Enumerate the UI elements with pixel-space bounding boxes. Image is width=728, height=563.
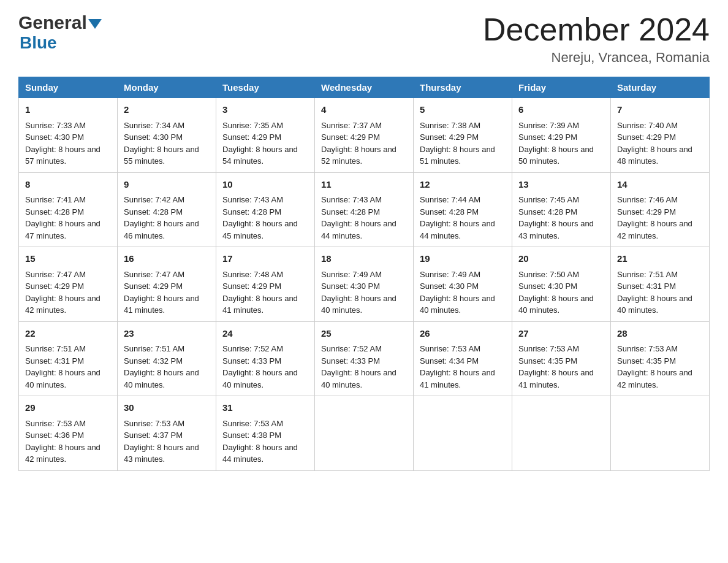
- day-number: 17: [222, 252, 308, 266]
- day-number: 18: [321, 252, 407, 266]
- daylight-text: Daylight: 8 hours and 51 minutes: [420, 145, 495, 166]
- logo-arrow-icon: [88, 19, 102, 29]
- calendar-day-cell: 22 Sunrise: 7:51 AM Sunset: 4:31 PM Dayl…: [19, 321, 118, 396]
- daylight-text: Daylight: 8 hours and 57 minutes: [25, 145, 100, 166]
- calendar-day-cell: 12 Sunrise: 7:44 AM Sunset: 4:28 PM Dayl…: [414, 172, 512, 247]
- sunset-text: Sunset: 4:29 PM: [25, 282, 84, 291]
- daylight-text: Daylight: 8 hours and 42 minutes: [25, 443, 100, 464]
- day-number: 2: [124, 103, 210, 117]
- sunrise-text: Sunrise: 7:47 AM: [25, 270, 86, 279]
- day-number: 10: [222, 178, 308, 192]
- calendar-day-cell: [611, 396, 710, 471]
- daylight-text: Daylight: 8 hours and 40 minutes: [321, 294, 396, 315]
- sunrise-text: Sunrise: 7:43 AM: [222, 195, 283, 204]
- calendar-day-cell: 14 Sunrise: 7:46 AM Sunset: 4:29 PM Dayl…: [611, 172, 710, 247]
- sunset-text: Sunset: 4:29 PM: [222, 132, 281, 142]
- calendar-day-cell: 17 Sunrise: 7:48 AM Sunset: 4:29 PM Dayl…: [216, 247, 315, 322]
- sunrise-text: Sunrise: 7:46 AM: [617, 195, 678, 204]
- calendar-day-cell: 2 Sunrise: 7:34 AM Sunset: 4:30 PM Dayli…: [118, 98, 216, 173]
- sunset-text: Sunset: 4:30 PM: [518, 282, 577, 291]
- sunset-text: Sunset: 4:31 PM: [25, 356, 84, 366]
- sunrise-text: Sunrise: 7:52 AM: [222, 344, 283, 353]
- header-tuesday: Tuesday: [216, 77, 315, 98]
- calendar-table: Sunday Monday Tuesday Wednesday Thursday…: [18, 77, 710, 471]
- calendar-day-cell: 21 Sunrise: 7:51 AM Sunset: 4:31 PM Dayl…: [611, 247, 710, 322]
- sunrise-text: Sunrise: 7:48 AM: [222, 270, 283, 279]
- day-number: 16: [124, 252, 210, 266]
- day-number: 27: [518, 327, 604, 341]
- sunset-text: Sunset: 4:30 PM: [25, 132, 84, 142]
- calendar-body: 1 Sunrise: 7:33 AM Sunset: 4:30 PM Dayli…: [19, 98, 710, 471]
- calendar-week-row: 1 Sunrise: 7:33 AM Sunset: 4:30 PM Dayli…: [19, 98, 710, 173]
- calendar-day-cell: 23 Sunrise: 7:51 AM Sunset: 4:32 PM Dayl…: [118, 321, 216, 396]
- calendar-day-cell: 29 Sunrise: 7:53 AM Sunset: 4:36 PM Dayl…: [19, 396, 118, 471]
- day-number: 11: [321, 178, 407, 192]
- calendar-day-cell: 15 Sunrise: 7:47 AM Sunset: 4:29 PM Dayl…: [19, 247, 118, 322]
- sunrise-text: Sunrise: 7:47 AM: [124, 270, 184, 279]
- day-number: 13: [518, 178, 604, 192]
- day-number: 14: [617, 178, 703, 192]
- daylight-text: Daylight: 8 hours and 43 minutes: [124, 443, 199, 464]
- daylight-text: Daylight: 8 hours and 46 minutes: [124, 219, 199, 240]
- daylight-text: Daylight: 8 hours and 47 minutes: [25, 219, 100, 240]
- sunset-text: Sunset: 4:28 PM: [420, 207, 479, 216]
- sunset-text: Sunset: 4:29 PM: [518, 132, 577, 142]
- day-number: 15: [25, 252, 111, 266]
- day-number: 3: [222, 103, 308, 117]
- sunrise-text: Sunrise: 7:53 AM: [617, 344, 678, 353]
- day-number: 1: [25, 103, 111, 117]
- calendar-day-cell: 3 Sunrise: 7:35 AM Sunset: 4:29 PM Dayli…: [216, 98, 315, 173]
- calendar-header-row: Sunday Monday Tuesday Wednesday Thursday…: [19, 77, 710, 98]
- sunrise-text: Sunrise: 7:49 AM: [420, 270, 480, 279]
- calendar-day-cell: [512, 396, 611, 471]
- day-number: 23: [124, 327, 210, 341]
- title-block: December 2024 Nereju, Vrancea, Romania: [483, 12, 710, 66]
- sunrise-text: Sunrise: 7:53 AM: [25, 419, 86, 428]
- calendar-week-row: 29 Sunrise: 7:53 AM Sunset: 4:36 PM Dayl…: [19, 396, 710, 471]
- day-number: 22: [25, 327, 111, 341]
- daylight-text: Daylight: 8 hours and 44 minutes: [420, 219, 495, 240]
- sunrise-text: Sunrise: 7:38 AM: [420, 121, 480, 130]
- header-friday: Friday: [512, 77, 611, 98]
- sunset-text: Sunset: 4:29 PM: [420, 132, 479, 142]
- sunset-text: Sunset: 4:30 PM: [321, 282, 380, 291]
- day-number: 24: [222, 327, 308, 341]
- header-sunday: Sunday: [19, 77, 118, 98]
- day-number: 4: [321, 103, 407, 117]
- sunrise-text: Sunrise: 7:37 AM: [321, 121, 382, 130]
- daylight-text: Daylight: 8 hours and 44 minutes: [321, 219, 396, 240]
- daylight-text: Daylight: 8 hours and 40 minutes: [222, 368, 298, 389]
- header-saturday: Saturday: [611, 77, 710, 98]
- daylight-text: Daylight: 8 hours and 50 minutes: [518, 145, 594, 166]
- sunrise-text: Sunrise: 7:51 AM: [124, 344, 184, 353]
- daylight-text: Daylight: 8 hours and 40 minutes: [617, 294, 692, 315]
- calendar-day-cell: [315, 396, 414, 471]
- day-number: 21: [617, 252, 703, 266]
- sunrise-text: Sunrise: 7:50 AM: [518, 270, 579, 279]
- sunset-text: Sunset: 4:29 PM: [617, 132, 676, 142]
- calendar-title: December 2024: [483, 12, 710, 47]
- sunset-text: Sunset: 4:28 PM: [222, 207, 281, 216]
- calendar-week-row: 15 Sunrise: 7:47 AM Sunset: 4:29 PM Dayl…: [19, 247, 710, 322]
- sunrise-text: Sunrise: 7:52 AM: [321, 344, 382, 353]
- sunrise-text: Sunrise: 7:40 AM: [617, 121, 678, 130]
- calendar-day-cell: 16 Sunrise: 7:47 AM Sunset: 4:29 PM Dayl…: [118, 247, 216, 322]
- daylight-text: Daylight: 8 hours and 41 minutes: [420, 368, 495, 389]
- logo-blue-text: Blue: [20, 33, 57, 53]
- sunrise-text: Sunrise: 7:49 AM: [321, 270, 382, 279]
- page-header: General Blue December 2024 Nereju, Vranc…: [18, 12, 710, 66]
- day-number: 25: [321, 327, 407, 341]
- day-number: 12: [420, 178, 506, 192]
- sunrise-text: Sunrise: 7:44 AM: [420, 195, 480, 204]
- sunset-text: Sunset: 4:28 PM: [124, 207, 183, 216]
- day-number: 8: [25, 178, 111, 192]
- daylight-text: Daylight: 8 hours and 55 minutes: [124, 145, 199, 166]
- calendar-week-row: 22 Sunrise: 7:51 AM Sunset: 4:31 PM Dayl…: [19, 321, 710, 396]
- calendar-day-cell: 11 Sunrise: 7:43 AM Sunset: 4:28 PM Dayl…: [315, 172, 414, 247]
- sunset-text: Sunset: 4:36 PM: [25, 431, 84, 440]
- daylight-text: Daylight: 8 hours and 40 minutes: [420, 294, 495, 315]
- day-number: 19: [420, 252, 506, 266]
- daylight-text: Daylight: 8 hours and 40 minutes: [25, 368, 100, 389]
- calendar-day-cell: 20 Sunrise: 7:50 AM Sunset: 4:30 PM Dayl…: [512, 247, 611, 322]
- calendar-day-cell: 10 Sunrise: 7:43 AM Sunset: 4:28 PM Dayl…: [216, 172, 315, 247]
